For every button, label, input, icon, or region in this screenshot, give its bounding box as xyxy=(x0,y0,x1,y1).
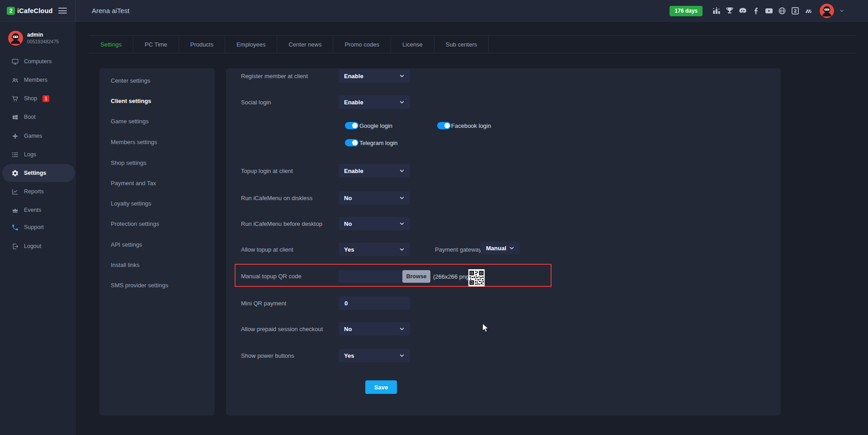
submenu-sms-provider-settings[interactable]: SMS provider settings xyxy=(111,282,168,289)
submenu-game-settings[interactable]: Game settings xyxy=(111,118,149,125)
profile-chevron-down-icon[interactable] xyxy=(839,8,844,14)
power-buttons-label: Show power buttons xyxy=(241,352,294,359)
select-value: No xyxy=(344,195,352,201)
browse-button[interactable]: Browse xyxy=(402,270,430,283)
tab-center-news[interactable]: Center news xyxy=(277,36,333,53)
main-content: Settings PC Time Products Employees Cent… xyxy=(76,22,868,435)
select-value: No xyxy=(344,326,352,332)
sidebar-item-games[interactable]: Games xyxy=(2,127,75,145)
sidebar-item-events[interactable]: Events xyxy=(2,201,75,219)
globe-icon[interactable] xyxy=(778,6,787,15)
prepaid-checkout-select[interactable]: No xyxy=(339,322,410,336)
submenu-client-settings[interactable]: Client settings xyxy=(111,98,151,104)
sidebar-item-logs[interactable]: Logs xyxy=(2,145,75,164)
top-header: 2 iCafeCloud Arena aiTest 176 days xyxy=(0,0,868,22)
hamburger-menu-icon[interactable] xyxy=(58,6,67,15)
logs-icon xyxy=(11,151,19,159)
telegram-login-label: Telegram login xyxy=(359,140,398,146)
power-buttons-select[interactable]: Yes xyxy=(339,349,410,362)
gear-icon xyxy=(11,169,19,177)
payment-gateway-select[interactable]: Manual xyxy=(481,242,520,254)
sidebar-item-label: Games xyxy=(24,133,42,139)
allow-topup-label: Allow topup at client xyxy=(241,246,293,253)
topup-login-label: Topup login at client xyxy=(241,168,293,174)
sidebar-item-label: Support xyxy=(24,224,44,230)
teams-icon[interactable] xyxy=(804,6,813,15)
mini-qr-input[interactable]: 0 xyxy=(339,296,410,310)
sidebar-item-label: Reports xyxy=(24,188,44,195)
manual-qr-label: Manual topup QR code xyxy=(241,273,302,280)
chevron-down-icon xyxy=(399,99,405,105)
submenu-shop-settings[interactable]: Shop settings xyxy=(111,159,146,166)
payment-gateway-label: Payment gateway xyxy=(435,246,481,253)
facebook-icon[interactable] xyxy=(751,6,760,15)
facebook-login-toggle[interactable] xyxy=(437,122,451,129)
submenu-install-links[interactable]: Install links xyxy=(111,262,140,268)
chevron-down-icon xyxy=(399,353,405,358)
chevron-down-icon xyxy=(399,73,405,79)
submenu-loyalty-settings[interactable]: Loyalty settings xyxy=(111,200,151,207)
social-login-select[interactable]: Enable xyxy=(339,95,410,109)
logout-icon xyxy=(11,243,19,250)
tab-license[interactable]: License xyxy=(391,36,434,53)
cart-icon xyxy=(11,95,19,103)
reports-chart-icon xyxy=(11,188,19,196)
telegram-login-toggle[interactable] xyxy=(345,139,359,146)
sidebar-item-boot[interactable]: Boot xyxy=(2,108,75,126)
sidebar-item-reports[interactable]: Reports xyxy=(2,182,75,201)
tab-promo-codes[interactable]: Promo codes xyxy=(333,36,391,53)
tab-pc-time[interactable]: PC Time xyxy=(133,36,179,53)
submenu-protection-settings[interactable]: Protection settings xyxy=(111,220,159,227)
select-value: Enable xyxy=(344,168,363,174)
submenu-payment-and-tax[interactable]: Payment and Tax xyxy=(111,180,156,187)
input-value: 0 xyxy=(344,300,348,307)
page-title: Arena aiTest xyxy=(92,7,129,14)
chevron-down-icon xyxy=(399,195,405,201)
games-icon xyxy=(11,132,19,140)
qr-code-thumbnail[interactable] xyxy=(468,269,485,286)
chevron-down-icon xyxy=(399,168,405,173)
facebook-login-label: Facebook login xyxy=(451,122,491,129)
sidebar-item-settings[interactable]: Settings xyxy=(2,164,75,182)
register-member-label: Register member at client xyxy=(241,73,308,80)
tab-products[interactable]: Products xyxy=(179,36,225,53)
prepaid-checkout-label: Allow prepaid session checkout xyxy=(241,326,323,332)
ranking-icon[interactable] xyxy=(712,6,721,15)
before-desktop-label: Run iCafeMenu before desktop xyxy=(241,220,322,227)
tab-settings[interactable]: Settings xyxy=(89,36,133,53)
logo-glyph: 2 xyxy=(9,8,13,14)
youtube-icon[interactable] xyxy=(764,6,774,15)
diskless-select[interactable]: No xyxy=(339,191,410,205)
sidebar-item-logout[interactable]: Logout xyxy=(2,237,75,255)
google-login-toggle[interactable] xyxy=(345,122,359,129)
diskless-label: Run iCafeMenu on diskless xyxy=(241,195,312,201)
topup-login-select[interactable]: Enable xyxy=(339,164,410,178)
select-value: Yes xyxy=(344,246,354,253)
save-button[interactable]: Save xyxy=(365,380,397,394)
submenu-members-settings[interactable]: Members settings xyxy=(111,139,157,145)
sidebar-user-avatar[interactable] xyxy=(8,31,23,46)
submenu-center-settings[interactable]: Center settings xyxy=(111,77,150,84)
chevron-down-icon xyxy=(509,245,514,251)
user-avatar[interactable] xyxy=(820,4,834,18)
register-member-select[interactable]: Enable xyxy=(339,69,410,83)
icafecloud-site-icon[interactable] xyxy=(791,6,800,15)
sidebar-item-computers[interactable]: Computers xyxy=(2,52,75,70)
sidebar-item-members[interactable]: Members xyxy=(2,71,75,89)
crown-icon xyxy=(11,206,19,214)
sidebar-item-support[interactable]: Support xyxy=(2,218,75,236)
manual-qr-file-input[interactable]: Browse xyxy=(339,270,430,283)
sidebar-item-label: Settings xyxy=(24,170,46,176)
tab-employees[interactable]: Employees xyxy=(225,36,277,53)
submenu-api-settings[interactable]: API settings xyxy=(111,241,142,248)
sidebar-item-shop[interactable]: Shop 1 xyxy=(2,89,75,108)
discord-icon[interactable] xyxy=(738,6,747,15)
trophy-icon[interactable] xyxy=(725,6,734,15)
phone-icon xyxy=(11,224,19,231)
before-desktop-select[interactable]: No xyxy=(339,217,410,230)
license-days-badge[interactable]: 176 days xyxy=(670,6,703,16)
shop-notification-badge: 1 xyxy=(42,95,49,102)
select-value: Yes xyxy=(344,352,354,359)
tab-sub-centers[interactable]: Sub centers xyxy=(434,36,489,53)
allow-topup-select[interactable]: Yes xyxy=(339,243,410,256)
